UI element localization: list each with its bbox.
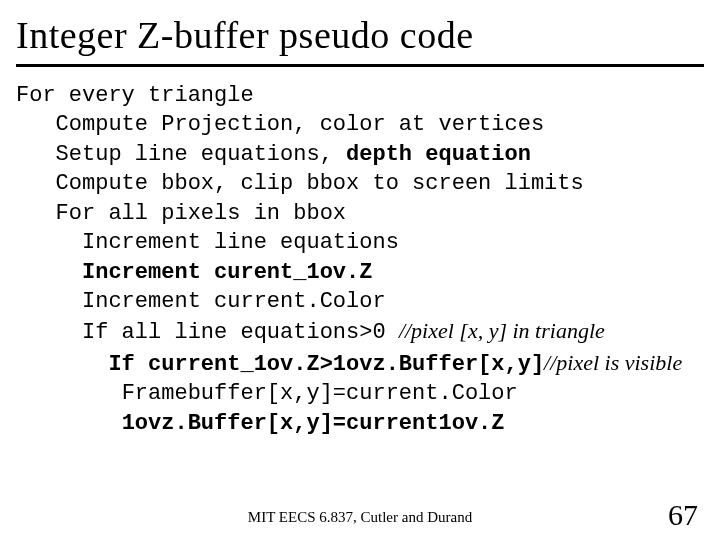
code-line-6: Increment line equations bbox=[82, 230, 399, 255]
code-line-12-bold: 1ovz.Buffer[x,y]=current1ov.Z bbox=[122, 411, 505, 436]
code-line-10a-bold: If current_1ov.Z>1ovz.Buffer[x,y] bbox=[108, 352, 544, 377]
slide: Integer Z-buffer pseudo code For every t… bbox=[0, 0, 720, 540]
code-line-5: For all pixels in bbox bbox=[56, 201, 346, 226]
footer-attribution: MIT EECS 6.837, Cutler and Durand bbox=[248, 509, 472, 526]
pseudocode-block: For every triangle Compute Projection, c… bbox=[16, 81, 704, 439]
code-line-7-bold: Increment curent_1ov.Z bbox=[82, 260, 372, 285]
code-line-3a: Setup line equations, bbox=[56, 142, 346, 167]
code-line-11: Framebuffer[x,y]=current.Color bbox=[122, 381, 518, 406]
code-line-9a: If all line equations>0 bbox=[82, 320, 399, 345]
page-number: 67 bbox=[668, 498, 698, 532]
code-line-3b-bold: depth equation bbox=[346, 142, 531, 167]
slide-title: Integer Z-buffer pseudo code bbox=[16, 14, 704, 58]
code-line-1: For every triangle bbox=[16, 83, 254, 108]
code-line-2: Compute Projection, color at vertices bbox=[56, 112, 544, 137]
code-line-9-comment: //pixel [x, y] in triangle bbox=[399, 318, 605, 343]
title-underline bbox=[16, 64, 704, 67]
code-line-10-comment: //pixel is visible bbox=[544, 350, 682, 375]
code-line-4: Compute bbox, clip bbox to screen limits bbox=[56, 171, 584, 196]
code-line-8: Increment current.Color bbox=[82, 289, 386, 314]
